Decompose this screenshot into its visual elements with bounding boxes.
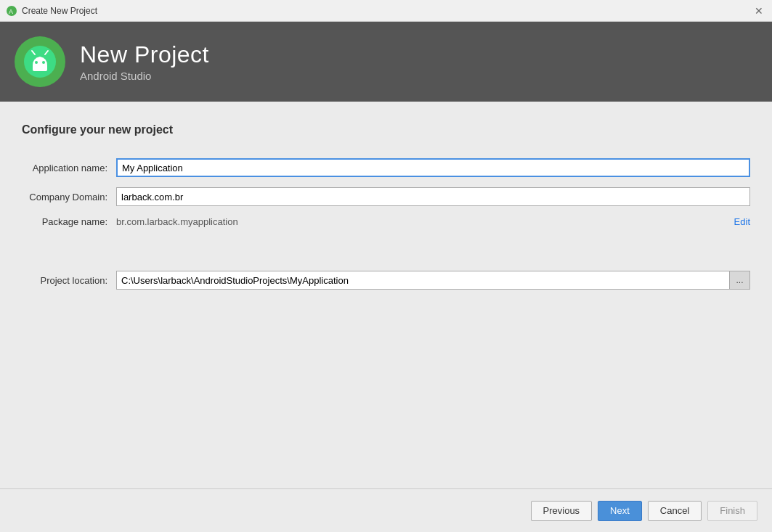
application-name-input[interactable] bbox=[116, 158, 750, 177]
cancel-button[interactable]: Cancel bbox=[648, 501, 702, 521]
application-name-label: Application name: bbox=[22, 163, 116, 173]
header-banner: New Project Android Studio bbox=[0, 22, 772, 102]
form-container: Application name: Company Domain: Packag… bbox=[22, 158, 750, 290]
android-studio-logo-icon bbox=[22, 44, 58, 80]
svg-point-4 bbox=[42, 61, 45, 64]
package-name-label: Package name: bbox=[22, 216, 116, 227]
svg-point-3 bbox=[35, 61, 38, 64]
header-logo bbox=[15, 36, 65, 87]
application-name-row: Application name: bbox=[22, 158, 750, 177]
company-domain-label: Company Domain: bbox=[22, 192, 116, 202]
project-location-label: Project location: bbox=[22, 275, 116, 286]
location-input-wrapper: ... bbox=[116, 271, 750, 290]
package-edit-link[interactable]: Edit bbox=[734, 216, 750, 227]
next-button[interactable]: Next bbox=[598, 501, 642, 521]
header-title: New Project bbox=[80, 41, 209, 68]
browse-button[interactable]: ... bbox=[730, 271, 750, 290]
company-domain-row: Company Domain: bbox=[22, 187, 750, 206]
package-name-value: br.com.larback.myapplication bbox=[116, 216, 727, 227]
package-name-row: Package name: br.com.larback.myapplicati… bbox=[22, 216, 750, 227]
main-content: Configure your new project Application n… bbox=[0, 102, 772, 488]
project-location-row: Project location: ... bbox=[22, 271, 750, 290]
footer: Previous Next Cancel Finish bbox=[0, 488, 772, 532]
finish-button[interactable]: Finish bbox=[707, 501, 757, 521]
company-domain-input[interactable] bbox=[116, 187, 750, 206]
header-subtitle: Android Studio bbox=[80, 70, 209, 82]
previous-button[interactable]: Previous bbox=[531, 501, 593, 521]
svg-text:A: A bbox=[9, 8, 13, 15]
app-icon: A bbox=[6, 5, 17, 17]
title-bar-text: Create New Project bbox=[22, 6, 97, 16]
title-bar: A Create New Project ✕ bbox=[0, 0, 772, 22]
title-bar-left: A Create New Project bbox=[6, 5, 97, 17]
project-location-input[interactable] bbox=[116, 271, 730, 290]
close-button[interactable]: ✕ bbox=[752, 4, 766, 18]
section-title: Configure your new project bbox=[22, 123, 750, 136]
header-title-block: New Project Android Studio bbox=[80, 41, 209, 82]
